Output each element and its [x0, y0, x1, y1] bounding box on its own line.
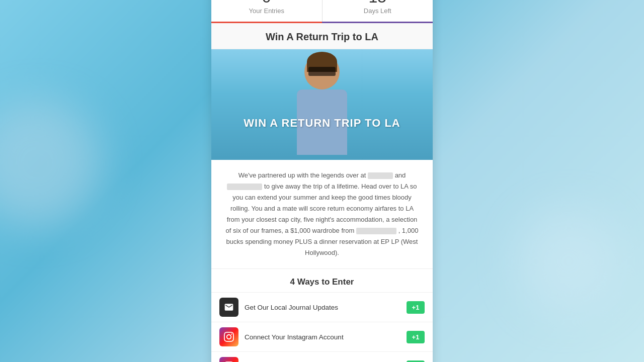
desc-brand3 — [356, 228, 396, 234]
entry-text-email: Get Our Local Journal Updates — [245, 304, 400, 311]
banner-overlay-text: WIN A RETURN TRIP TO LA — [211, 117, 433, 130]
ways-to-enter-section: 4 Ways to Enter Get Our Local Journal Up… — [211, 269, 433, 362]
stats-row: 0 Your Entries 15 Days Left — [211, 0, 433, 23]
days-value: 15 — [328, 0, 428, 5]
instagram-connect-svg — [224, 332, 234, 342]
entry-item-instagram-visit[interactable]: Visit on Instagram +1 — [211, 351, 433, 362]
entry-badge-email: +1 — [407, 301, 425, 314]
person-head — [304, 54, 340, 89]
entry-list: Get Our Local Journal Updates +1 Connect… — [211, 292, 433, 362]
entries-value: 0 — [216, 0, 317, 5]
email-svg — [224, 302, 234, 312]
entry-badge-instagram-connect: +1 — [407, 331, 425, 343]
contest-card: 0 Your Entries 15 Days Left Win A Return… — [211, 0, 433, 362]
days-label: Days Left — [328, 7, 428, 15]
entry-item-instagram-connect[interactable]: Connect Your Instagram Account +1 — [211, 322, 433, 351]
entries-label: Your Entries — [216, 7, 317, 15]
desc-and: and — [395, 171, 406, 179]
contest-title: Win A Return Trip to LA — [211, 23, 433, 49]
desc-intro: We've partnered up with the legends over… — [238, 171, 366, 179]
days-stat: 15 Days Left — [323, 0, 433, 22]
email-icon — [219, 298, 238, 317]
entry-text-instagram-connect: Connect Your Instagram Account — [245, 333, 400, 341]
desc-brand1 — [368, 172, 393, 179]
banner-image: WIN A RETURN TRIP TO LA — [211, 49, 433, 160]
entries-stat: 0 Your Entries — [211, 0, 323, 22]
instagram-visit-icon — [219, 357, 238, 362]
ways-title: 4 Ways to Enter — [211, 269, 433, 292]
entry-item-email[interactable]: Get Our Local Journal Updates +1 — [211, 292, 433, 322]
person-glasses — [308, 67, 336, 76]
banner-person — [272, 54, 372, 160]
instagram-connect-icon — [219, 327, 238, 346]
desc-brand2 — [227, 184, 262, 190]
desc-body: to give away the trip of a lifetime. Hea… — [226, 183, 418, 234]
contest-description: We've partnered up with the legends over… — [211, 160, 433, 269]
